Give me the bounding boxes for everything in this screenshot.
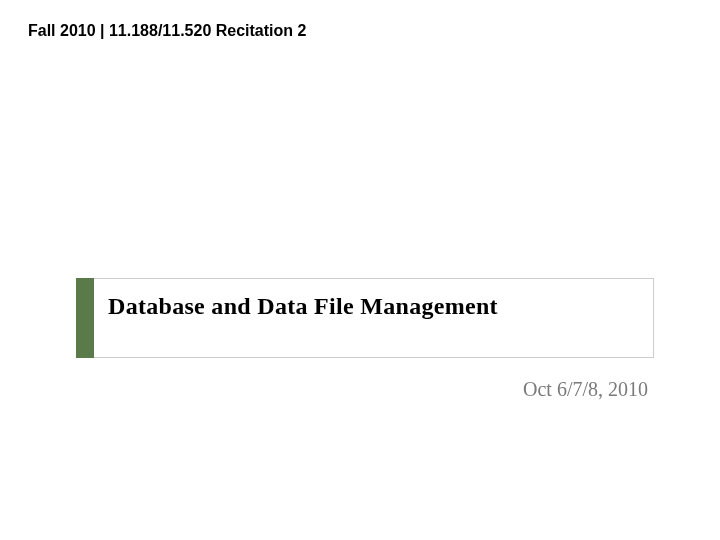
slide-header: Fall 2010 | 11.188/11.520 Recitation 2 bbox=[28, 22, 306, 40]
title-block: Database and Data File Management bbox=[76, 278, 654, 358]
accent-bar bbox=[76, 278, 94, 358]
slide-date: Oct 6/7/8, 2010 bbox=[523, 378, 648, 401]
title-box: Database and Data File Management bbox=[94, 278, 654, 358]
slide-title: Database and Data File Management bbox=[108, 293, 498, 320]
